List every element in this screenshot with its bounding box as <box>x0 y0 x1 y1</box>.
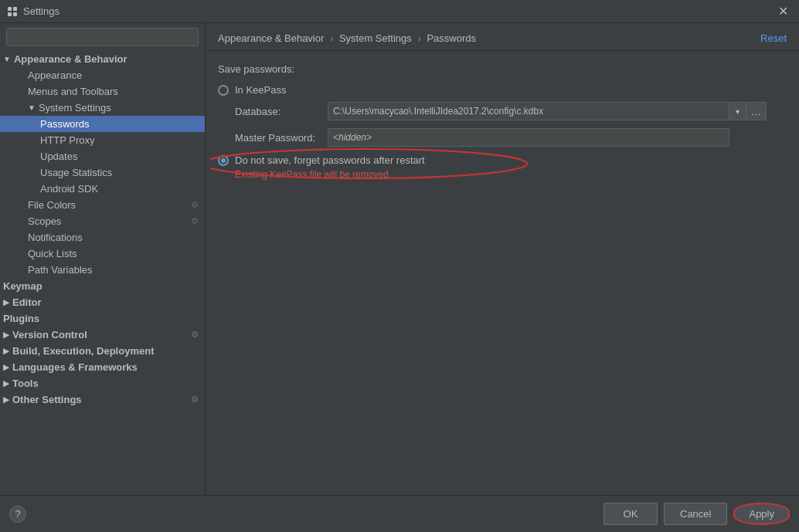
expand-icon <box>3 55 11 63</box>
expand-icon <box>3 347 9 355</box>
database-label: Database: <box>235 106 328 117</box>
sidebar-item-plugins[interactable]: Plugins <box>0 310 205 327</box>
expand-icon <box>3 395 9 404</box>
sidebar-item-tools[interactable]: Tools <box>0 375 205 391</box>
sidebar-item-editor[interactable]: Editor <box>0 294 205 310</box>
expand-icon <box>3 379 9 388</box>
settings-icon: ⚙ <box>191 395 199 405</box>
settings-icon: ⚙ <box>191 216 199 226</box>
do-not-save-radio[interactable] <box>218 155 229 166</box>
svg-rect-3 <box>13 12 17 16</box>
main-area: Appearance & Behavior Appearance Menus a… <box>0 23 799 495</box>
app-icon <box>6 5 19 18</box>
settings-icon: ⚙ <box>191 330 199 340</box>
sidebar-item-build-exec[interactable]: Build, Execution, Deployment <box>0 343 205 359</box>
breadcrumb-sep2: › <box>417 32 420 44</box>
sidebar-item-appearance-behavior[interactable]: Appearance & Behavior <box>0 51 205 67</box>
sidebar: Appearance & Behavior Appearance Menus a… <box>0 23 206 495</box>
footer: ? OK Cancel Apply <box>0 495 799 532</box>
window-title: Settings <box>23 5 60 17</box>
sidebar-item-updates[interactable]: Updates <box>0 148 205 164</box>
sidebar-item-version-control[interactable]: Version Control ⚙ <box>0 327 205 343</box>
expand-icon <box>3 298 9 307</box>
settings-icon: ⚙ <box>191 200 199 210</box>
sidebar-item-scopes[interactable]: Scopes ⚙ <box>0 213 205 229</box>
breadcrumb-part1: Appearance & Behavior <box>218 32 324 44</box>
sidebar-item-languages[interactable]: Languages & Frameworks <box>0 359 205 375</box>
expand-icon <box>3 363 9 371</box>
footer-left: ? <box>9 506 26 523</box>
sidebar-item-notifications[interactable]: Notifications <box>0 229 205 246</box>
sidebar-item-http-proxy[interactable]: HTTP Proxy <box>0 132 205 148</box>
database-input[interactable] <box>328 102 729 120</box>
master-password-input[interactable] <box>328 128 729 147</box>
database-dropdown-button[interactable]: ▾ <box>729 102 746 120</box>
svg-rect-1 <box>13 7 17 11</box>
breadcrumb-part3: Passwords <box>427 32 476 44</box>
in-keepass-radio[interactable] <box>218 85 229 96</box>
database-row: Database: ▾ … <box>235 102 787 120</box>
cancel-button[interactable]: Cancel <box>664 503 727 525</box>
in-keepass-label: In KeePass <box>235 84 287 96</box>
sidebar-item-file-colors[interactable]: File Colors ⚙ <box>0 197 205 213</box>
breadcrumb-part2: System Settings <box>339 32 412 44</box>
sidebar-item-android-sdk[interactable]: Android SDK <box>0 181 205 197</box>
sidebar-item-menus-toolbars[interactable]: Menus and Toolbars <box>0 83 205 100</box>
sidebar-item-keymap[interactable]: Keymap <box>0 278 205 294</box>
close-button[interactable]: ✕ <box>774 4 793 19</box>
expand-icon <box>28 103 36 112</box>
dialog-body: Appearance & Behavior Appearance Menus a… <box>0 23 799 532</box>
sidebar-item-appearance[interactable]: Appearance <box>0 67 205 83</box>
breadcrumb-sep1: › <box>330 32 333 44</box>
database-browse-button[interactable]: … <box>746 102 767 120</box>
master-password-label: Master Password: <box>235 132 328 144</box>
ok-button[interactable]: OK <box>604 503 658 525</box>
master-password-row: Master Password: <box>235 128 787 147</box>
svg-rect-2 <box>8 12 12 16</box>
sidebar-item-quick-lists[interactable]: Quick Lists <box>0 246 205 262</box>
warning-text: Existing KeePass file will be removed. <box>235 169 787 180</box>
in-keepass-option[interactable]: In KeePass <box>218 84 787 96</box>
save-passwords-label: Save passwords: <box>218 63 787 75</box>
content-area: Appearance & Behavior › System Settings … <box>206 23 799 495</box>
sidebar-item-path-variables[interactable]: Path Variables <box>0 262 205 278</box>
expand-icon <box>3 330 9 339</box>
do-not-save-row: Do not save, forget passwords after rest… <box>218 154 787 166</box>
help-button[interactable]: ? <box>9 506 26 523</box>
sidebar-item-usage-statistics[interactable]: Usage Statistics <box>0 164 205 181</box>
sidebar-item-other-settings[interactable]: Other Settings ⚙ <box>0 391 205 408</box>
title-bar: Settings ✕ <box>0 0 799 23</box>
sidebar-item-system-settings[interactable]: System Settings <box>0 100 205 116</box>
footer-right: OK Cancel Apply <box>604 503 790 525</box>
do-not-save-label: Do not save, forget passwords after rest… <box>235 154 425 166</box>
apply-button[interactable]: Apply <box>733 503 790 525</box>
sidebar-item-passwords[interactable]: Passwords <box>0 116 205 132</box>
svg-rect-0 <box>8 7 12 11</box>
reset-link[interactable]: Reset <box>760 32 787 44</box>
breadcrumb: Appearance & Behavior › System Settings … <box>218 32 476 44</box>
do-not-save-container: Do not save, forget passwords after rest… <box>218 154 787 166</box>
search-input[interactable] <box>6 28 199 46</box>
content-header: Appearance & Behavior › System Settings … <box>206 23 799 51</box>
content-body: Save passwords: In KeePass Database: ▾ …… <box>206 51 799 495</box>
